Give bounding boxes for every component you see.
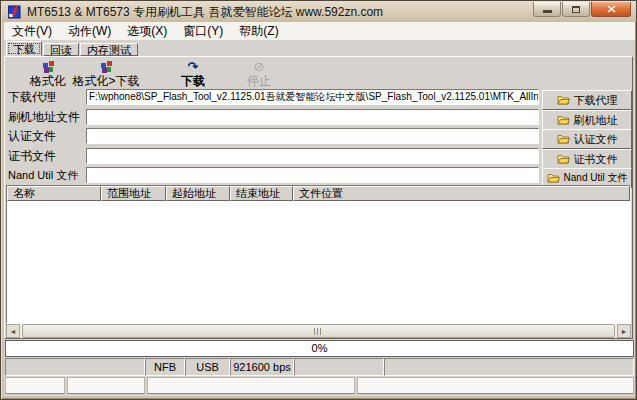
tab-memory-test[interactable]: 内存测试 (80, 43, 138, 56)
stop-icon: ⊘ (231, 59, 287, 74)
client-area: 下载 回读 内存测试 格式化 格式化>下载 ↷ 下载 (4, 41, 635, 396)
scrollbar-grip-icon (314, 328, 323, 335)
nand-util-file-label: Nand Util 文件 (8, 167, 78, 183)
partition-table-body[interactable] (7, 201, 630, 323)
status-segment-port: USB (185, 358, 230, 376)
status2-segment (67, 377, 145, 394)
tab-download[interactable]: 下载 (6, 41, 42, 56)
folder-icon (557, 115, 570, 125)
format-download-icon (67, 59, 145, 74)
status-bar: NFB USB 921600 bps (4, 358, 635, 376)
status-segment-empty-1 (5, 358, 145, 376)
status2-segment (147, 377, 355, 394)
status-segment-baud: 921600 bps (230, 358, 294, 376)
status-segment-empty-2 (294, 358, 384, 376)
horizontal-scrollbar[interactable]: ◄ ► (6, 324, 631, 338)
menu-help[interactable]: 帮助(Z) (231, 21, 286, 42)
partition-table: 名称 范围地址 起始地址 结束地址 文件位置 (6, 185, 631, 324)
folder-icon (547, 173, 560, 183)
title-bar[interactable]: MT6513 & MT6573 专用刷机工具 吾就爱智能论坛 www.592zn… (2, 2, 637, 22)
scatter-file-field[interactable] (86, 109, 539, 125)
status2-segment (5, 377, 65, 394)
column-name[interactable]: 名称 (7, 186, 101, 201)
menu-window[interactable]: 窗口(Y) (175, 21, 231, 42)
download-arrow-icon: ↷ (165, 59, 221, 74)
close-button[interactable] (591, 2, 631, 17)
column-file-location[interactable]: 文件位置 (293, 186, 630, 201)
column-begin-address[interactable]: 起始地址 (166, 186, 230, 201)
scrollbar-track[interactable] (20, 324, 617, 338)
auth-file-label: 认证文件 (8, 128, 56, 144)
menu-options[interactable]: 选项(X) (119, 21, 175, 42)
column-end-address[interactable]: 结束地址 (230, 186, 293, 201)
cert-file-label: 证书文件 (8, 148, 56, 164)
auth-file-field[interactable] (86, 128, 539, 144)
app-icon[interactable] (8, 5, 22, 19)
scatter-browse-label: 刷机地址 (574, 113, 618, 128)
format-download-button-label: 格式化>下载 (67, 74, 145, 88)
secondary-status-bar (4, 376, 635, 395)
status2-segment (357, 377, 634, 394)
window-title: MT6513 & MT6573 专用刷机工具 吾就爱智能论坛 www.592zn… (27, 4, 383, 21)
status-segment-empty-3 (384, 358, 634, 376)
scroll-right-arrow-icon[interactable]: ► (617, 324, 631, 338)
download-agent-field[interactable]: F:\wphone8\SP_Flash_Tool_v2.1125.01吾就爱智能… (86, 89, 539, 105)
scatter-file-label: 刷机地址文件 (8, 109, 80, 125)
column-range-address[interactable]: 范围地址 (101, 186, 166, 201)
scrollbar-thumb[interactable] (22, 324, 615, 338)
window-controls (532, 2, 631, 17)
download-agent-label: 下载代理 (8, 89, 56, 105)
folder-icon (557, 154, 570, 164)
status-segment-mode: NFB (145, 358, 185, 376)
download-agent-browse-button[interactable]: 下载代理 (542, 90, 632, 110)
maximize-button[interactable] (562, 2, 590, 17)
download-button-label: 下载 (165, 74, 221, 88)
menu-bar: 文件(V) 动作(W) 选项(X) 窗口(Y) 帮助(Z) (4, 22, 635, 41)
close-icon (607, 5, 616, 13)
partition-table-header: 名称 范围地址 起始地址 结束地址 文件位置 (7, 186, 630, 201)
menu-action[interactable]: 动作(W) (60, 21, 119, 42)
folder-icon (557, 95, 570, 105)
minimize-icon (543, 10, 552, 13)
auth-browse-label: 认证文件 (574, 132, 618, 147)
cert-browse-label: 证书文件 (574, 152, 618, 167)
scatter-browse-button[interactable]: 刷机地址 (542, 110, 632, 130)
download-agent-browse-label: 下载代理 (574, 93, 618, 108)
cert-file-field[interactable] (86, 148, 539, 164)
format-download-button[interactable]: 格式化>下载 (67, 59, 145, 89)
minimize-button[interactable] (533, 2, 561, 17)
menu-file[interactable]: 文件(V) (4, 21, 60, 42)
nand-util-browse-label: Nand Util 文件 (564, 171, 628, 185)
progress-bar: 0% (5, 340, 634, 357)
tab-readback[interactable]: 回读 (43, 43, 79, 56)
cert-browse-button[interactable]: 证书文件 (542, 149, 632, 169)
stop-button-label: 停止 (231, 74, 287, 88)
progress-value: 0% (312, 342, 328, 354)
folder-icon (557, 134, 570, 144)
auth-browse-button[interactable]: 认证文件 (542, 129, 632, 149)
scroll-left-arrow-icon[interactable]: ◄ (6, 324, 20, 338)
maximize-icon (572, 6, 580, 13)
nand-util-file-field[interactable] (86, 167, 539, 183)
tab-strip: 下载 回读 内存测试 (6, 41, 139, 56)
app-window: MT6513 & MT6573 专用刷机工具 吾就爱智能论坛 www.592zn… (0, 0, 637, 400)
stop-button[interactable]: ⊘ 停止 (231, 59, 287, 89)
download-button[interactable]: ↷ 下载 (165, 59, 221, 89)
download-tab-panel: 格式化 格式化>下载 ↷ 下载 ⊘ 停止 下载代理 F:\wphone8\SP_… (4, 56, 633, 339)
